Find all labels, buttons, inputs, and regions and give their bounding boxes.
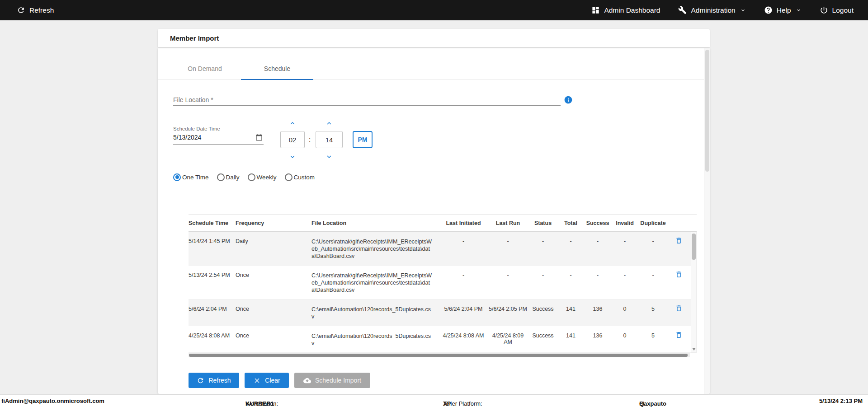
delete-row-button[interactable]	[675, 271, 683, 280]
refresh-icon	[197, 377, 204, 384]
column-header: Invalid	[612, 220, 637, 226]
delete-row-button[interactable]	[675, 237, 683, 246]
table-cell: -	[612, 272, 637, 278]
dashboard-icon	[591, 6, 600, 14]
table-cell: -	[612, 238, 637, 244]
schedule-date-input[interactable]	[173, 134, 252, 141]
wrench-icon	[678, 6, 687, 14]
status-bar: fiAdmin@qaxpauto.onmicrosoft.com Worksta…	[0, 394, 868, 407]
close-icon	[253, 377, 261, 384]
chevron-down-icon	[740, 7, 746, 13]
table-cell: C:\email\Automation\120records_5Dupicate…	[311, 306, 439, 320]
table-cell: 5/13/24 2:54 PM	[189, 272, 236, 278]
file-location-input[interactable]	[173, 94, 561, 106]
table-header-row: Schedule TimeFrequencyFile LocationLast …	[189, 215, 697, 232]
administration-menu[interactable]: Administration	[678, 6, 745, 14]
delete-row-button[interactable]	[675, 331, 683, 340]
tab-schedule-label: Schedule	[264, 65, 290, 72]
frequency-radio-custom[interactable]: Custom	[285, 173, 315, 181]
table-cell: 5/6/24 2:04 PM	[439, 306, 488, 312]
table-cell: 136	[583, 306, 612, 312]
radio-label: Custom	[294, 174, 315, 181]
table-body: 5/14/24 1:45 PMDailyC:\Users\ratnak\git\…	[189, 232, 697, 353]
table-cell: 4/25/24 8:08 AM	[439, 332, 488, 339]
minute-input[interactable]	[316, 131, 343, 148]
table-cell: -	[583, 238, 612, 244]
scrollbar-thumb[interactable]	[705, 50, 709, 172]
clear-button[interactable]: Clear	[245, 373, 289, 388]
schedules-table: Schedule TimeFrequencyFile LocationLast …	[189, 214, 697, 357]
hour-input[interactable]	[280, 131, 305, 148]
table-cell: Success	[528, 332, 558, 339]
help-icon	[764, 6, 773, 14]
table-cell: 141	[558, 306, 583, 312]
workstation-value: KURRER1	[245, 400, 274, 407]
table-row: 5/6/24 2:04 PMOnceC:\email\Automation\12…	[189, 299, 697, 326]
page-scrollbar[interactable]	[704, 48, 710, 394]
frequency-radio-one-time[interactable]: One Time	[173, 173, 209, 181]
time-separator: :	[309, 136, 311, 143]
table-cell: Daily	[236, 238, 311, 244]
hour-increment-button[interactable]	[287, 119, 298, 127]
table-cell: C:\Users\ratnak\git\eReceipts\IMM_ERecei…	[311, 272, 439, 294]
form-actions: Refresh Clear Schedule Import	[189, 373, 694, 388]
table-cell: Once	[236, 332, 311, 339]
table-horizontal-scrollbar[interactable]	[189, 353, 690, 357]
refresh-button-label: Refresh	[208, 377, 231, 384]
trash-icon	[675, 271, 683, 278]
table-cell: -	[439, 272, 488, 278]
tab-on-demand[interactable]: On Demand	[169, 58, 241, 80]
schedule-datetime-picker: Schedule Date Time : PM	[173, 119, 694, 162]
refresh-nav-button[interactable]: Refresh	[17, 6, 54, 14]
scrollbar-thumb[interactable]	[692, 234, 696, 260]
admin-dashboard-nav[interactable]: Admin Dashboard	[591, 6, 660, 14]
frequency-radio-daily[interactable]: Daily	[217, 173, 240, 181]
help-menu[interactable]: Help	[764, 6, 802, 14]
table-cell: 4/25/24 8:08 AM	[189, 332, 236, 339]
table-cell: 0	[612, 306, 637, 312]
chevron-up-icon	[287, 119, 298, 127]
schedule-import-label: Schedule Import	[315, 377, 361, 384]
column-header: Schedule Time	[189, 220, 236, 226]
table-row: 5/13/24 2:54 PMOnceC:\Users\ratnak\git\e…	[189, 266, 697, 299]
table-cell: -	[488, 238, 528, 244]
table-cell: C:\Users\ratnak\git\eReceipts\IMM_ERecei…	[311, 238, 439, 260]
refresh-button[interactable]: Refresh	[189, 373, 239, 388]
schedule-date-label: Schedule Date Time	[173, 126, 264, 131]
table-cell: -	[558, 238, 583, 244]
table-cell: 5	[637, 306, 669, 312]
table-cell: 141	[558, 332, 583, 339]
status-datetime: 5/13/24 2:13 PM	[819, 398, 863, 404]
logout-button[interactable]: Logout	[820, 6, 854, 14]
logged-in-user: fiAdmin@qaxpauto.onmicrosoft.com	[1, 398, 104, 404]
row-actions	[669, 306, 689, 313]
scrollbar-down-arrow-icon[interactable]	[692, 348, 696, 351]
meridiem-toggle-button[interactable]: PM	[353, 131, 373, 148]
minute-decrement-button[interactable]	[323, 153, 335, 161]
help-label: Help	[777, 6, 791, 14]
scrollbar-thumb[interactable]	[189, 354, 688, 357]
table-cell: Success	[528, 306, 558, 312]
calendar-button[interactable]	[255, 134, 263, 142]
table-row: 5/14/24 1:45 PMDailyC:\Users\ratnak\git\…	[189, 232, 697, 266]
radio-label: One Time	[182, 174, 209, 181]
row-actions	[669, 332, 689, 340]
file-location-info-button[interactable]	[564, 95, 573, 104]
frequency-radio-weekly[interactable]: Weekly	[248, 173, 277, 181]
tab-schedule[interactable]: Schedule	[241, 58, 313, 80]
minute-increment-button[interactable]	[323, 119, 335, 127]
page-title: Member Import	[170, 34, 219, 42]
table-vertical-scrollbar[interactable]	[691, 232, 697, 353]
refresh-icon	[17, 6, 25, 14]
table-cell: 5/6/24 2:05 PM	[488, 306, 528, 312]
administration-label: Administration	[691, 6, 735, 14]
delete-row-button[interactable]	[675, 304, 683, 313]
schedule-import-button[interactable]: Schedule Import	[294, 373, 370, 388]
table-cell: -	[558, 272, 583, 278]
hour-decrement-button[interactable]	[287, 153, 298, 161]
page-header: Member Import	[158, 29, 710, 47]
member-import-panel: On Demand Schedule Schedule Date Time	[158, 48, 710, 394]
table-cell: -	[637, 272, 669, 278]
trash-icon	[675, 331, 683, 339]
admin-dashboard-label: Admin Dashboard	[604, 6, 660, 14]
